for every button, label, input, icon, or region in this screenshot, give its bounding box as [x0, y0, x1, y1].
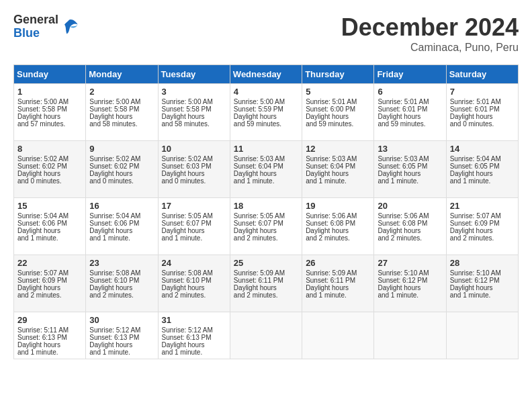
sunset-text: Sunset: 6:03 PM: [162, 163, 212, 170]
daylight-value: and 0 minutes.: [17, 177, 62, 185]
sunset-text: Sunset: 6:11 PM: [306, 277, 355, 284]
sunset-text: Sunset: 5:58 PM: [17, 105, 67, 113]
daylight-value: and 1 minute.: [89, 234, 130, 242]
day-number: 12: [306, 144, 370, 154]
calendar-cell: 9Sunrise: 5:02 AMSunset: 6:02 PMDaylight…: [86, 141, 158, 198]
calendar-cell: 21Sunrise: 5:07 AMSunset: 6:09 PMDayligh…: [446, 198, 518, 255]
day-number: 9: [89, 144, 154, 154]
sunset-text: Sunset: 6:13 PM: [162, 334, 212, 341]
daylight-label: Daylight hours: [162, 227, 205, 234]
day-number: 2: [89, 87, 154, 97]
daylight-value: and 58 minutes.: [162, 120, 210, 128]
daylight-label: Daylight hours: [306, 227, 349, 234]
calendar-cell: 6Sunrise: 5:01 AMSunset: 6:01 PMDaylight…: [374, 84, 446, 141]
daylight-label: Daylight hours: [450, 113, 493, 120]
sunrise-text: Sunrise: 5:04 AM: [17, 212, 69, 220]
location: Caminaca, Puno, Peru: [341, 42, 519, 54]
calendar-cell: 23Sunrise: 5:08 AMSunset: 6:10 PMDayligh…: [86, 255, 158, 312]
logo-bird-icon: [60, 17, 79, 36]
sunrise-text: Sunrise: 5:01 AM: [378, 98, 429, 105]
sunrise-text: Sunrise: 5:03 AM: [378, 155, 429, 163]
calendar-cell: 11Sunrise: 5:03 AMSunset: 6:04 PMDayligh…: [230, 141, 302, 198]
calendar-cell: 13Sunrise: 5:03 AMSunset: 6:05 PMDayligh…: [374, 141, 446, 198]
daylight-value: and 0 minutes.: [89, 177, 134, 185]
daylight-label: Daylight hours: [17, 227, 60, 234]
day-number: 25: [234, 258, 298, 268]
daylight-label: Daylight hours: [234, 170, 277, 177]
calendar-cell: 16Sunrise: 5:04 AMSunset: 6:06 PMDayligh…: [86, 198, 158, 255]
daylight-value: and 1 minute.: [17, 234, 58, 242]
sunrise-text: Sunrise: 5:09 AM: [306, 269, 357, 277]
daylight-label: Daylight hours: [234, 227, 277, 234]
daylight-value: and 1 minute.: [450, 291, 491, 299]
calendar-cell: 31Sunrise: 5:12 AMSunset: 6:13 PMDayligh…: [158, 312, 230, 359]
daylight-label: Daylight hours: [378, 227, 420, 234]
daylight-value: and 1 minute.: [306, 291, 347, 299]
sunrise-text: Sunrise: 5:07 AM: [450, 212, 501, 220]
calendar-cell: 3Sunrise: 5:00 AMSunset: 5:58 PMDaylight…: [158, 84, 230, 141]
daylight-value: and 58 minutes.: [89, 120, 137, 128]
daylight-value: and 2 minutes.: [234, 291, 278, 299]
sunrise-text: Sunrise: 5:12 AM: [89, 326, 140, 334]
daylight-label: Daylight hours: [234, 113, 277, 120]
sunrise-text: Sunrise: 5:05 AM: [162, 212, 213, 220]
sunrise-text: Sunrise: 5:00 AM: [89, 98, 140, 105]
sunrise-text: Sunrise: 5:04 AM: [89, 212, 140, 220]
daylight-value: and 0 minutes.: [450, 120, 494, 128]
sunset-text: Sunset: 6:10 PM: [162, 277, 212, 284]
sunset-text: Sunset: 6:08 PM: [306, 220, 355, 227]
day-number: 20: [378, 201, 442, 211]
calendar-cell: [230, 312, 302, 359]
daylight-label: Daylight hours: [306, 284, 349, 291]
calendar-cell: 7Sunrise: 5:01 AMSunset: 6:01 PMDaylight…: [446, 84, 518, 141]
daylight-label: Daylight hours: [450, 170, 493, 177]
daylight-label: Daylight hours: [89, 341, 132, 349]
day-number: 22: [17, 258, 82, 268]
daylight-label: Daylight hours: [450, 227, 493, 234]
daylight-value: and 57 minutes.: [17, 120, 65, 128]
sunset-text: Sunset: 6:00 PM: [306, 105, 355, 113]
logo-general-text: General: [13, 13, 58, 27]
daylight-value: and 2 minutes.: [162, 291, 206, 299]
day-number: 6: [378, 87, 442, 97]
day-number: 4: [234, 87, 298, 97]
daylight-label: Daylight hours: [89, 170, 132, 177]
sunset-text: Sunset: 6:09 PM: [17, 277, 67, 284]
calendar-week-row: 29Sunrise: 5:11 AMSunset: 6:13 PMDayligh…: [14, 312, 519, 359]
day-number: 24: [162, 258, 226, 268]
calendar-cell: 24Sunrise: 5:08 AMSunset: 6:10 PMDayligh…: [158, 255, 230, 312]
calendar-header-row: SundayMondayTuesdayWednesdayThursdayFrid…: [14, 65, 519, 84]
sunrise-text: Sunrise: 5:02 AM: [17, 155, 69, 163]
sunrise-text: Sunrise: 5:02 AM: [162, 155, 213, 163]
sunset-text: Sunset: 6:12 PM: [378, 277, 427, 284]
calendar-cell: 12Sunrise: 5:03 AMSunset: 6:04 PMDayligh…: [302, 141, 374, 198]
daylight-value: and 2 minutes.: [306, 234, 350, 242]
calendar-cell: 25Sunrise: 5:09 AMSunset: 6:11 PMDayligh…: [230, 255, 302, 312]
calendar-cell: 4Sunrise: 5:00 AMSunset: 5:59 PMDaylight…: [230, 84, 302, 141]
daylight-label: Daylight hours: [162, 170, 205, 177]
sunset-text: Sunset: 6:04 PM: [234, 163, 283, 170]
sunset-text: Sunset: 6:02 PM: [17, 163, 67, 170]
sunrise-text: Sunrise: 5:12 AM: [162, 326, 213, 334]
sunrise-text: Sunrise: 5:00 AM: [162, 98, 213, 105]
sunrise-text: Sunrise: 5:08 AM: [89, 269, 140, 277]
daylight-label: Daylight hours: [17, 170, 60, 177]
daylight-label: Daylight hours: [306, 113, 349, 120]
day-number: 1: [17, 87, 82, 97]
sunrise-text: Sunrise: 5:05 AM: [234, 212, 285, 220]
page-header: General Blue December 2024 Caminaca, Pun…: [13, 13, 519, 54]
daylight-value: and 1 minute.: [378, 291, 418, 299]
daylight-value: and 1 minute.: [89, 349, 130, 356]
daylight-label: Daylight hours: [162, 341, 205, 349]
sunrise-text: Sunrise: 5:10 AM: [378, 269, 429, 277]
calendar-header-saturday: Saturday: [446, 65, 518, 84]
calendar-header-friday: Friday: [374, 65, 446, 84]
daylight-label: Daylight hours: [17, 341, 60, 349]
sunrise-text: Sunrise: 5:00 AM: [17, 98, 69, 105]
daylight-label: Daylight hours: [89, 284, 132, 291]
calendar-cell: 1Sunrise: 5:00 AMSunset: 5:58 PMDaylight…: [14, 84, 86, 141]
sunrise-text: Sunrise: 5:01 AM: [450, 98, 501, 105]
calendar-cell: 29Sunrise: 5:11 AMSunset: 6:13 PMDayligh…: [14, 312, 86, 359]
sunset-text: Sunset: 6:09 PM: [450, 220, 500, 227]
daylight-value: and 2 minutes.: [234, 234, 278, 242]
